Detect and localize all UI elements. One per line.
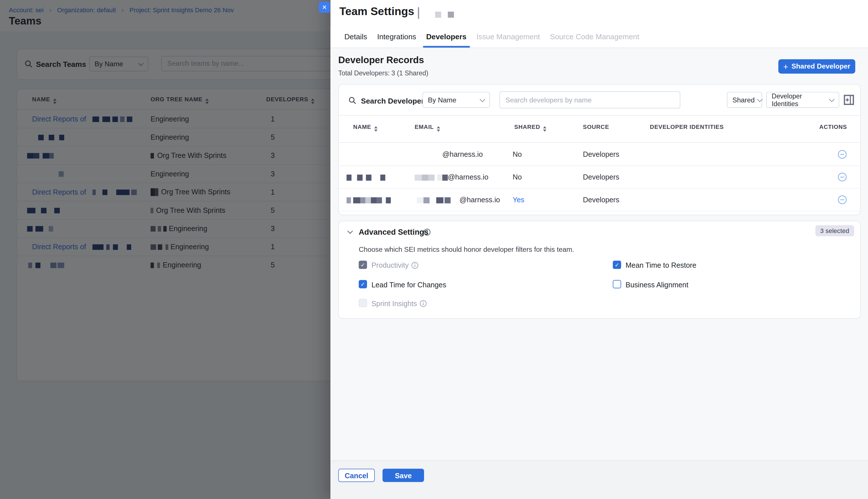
close-icon: ✕ <box>322 4 327 11</box>
lead-time-label: Lead Time for Changes <box>371 280 446 289</box>
advanced-settings-card: Advanced Settings 3 selected Choose whic… <box>338 221 860 319</box>
developers-filter-by-value: By Name <box>428 96 457 104</box>
drawer-title: Team Settings <box>339 5 414 18</box>
shared-cell: No <box>513 173 522 181</box>
business-alignment-checkbox[interactable] <box>613 280 621 288</box>
chevron-down-icon <box>829 96 834 102</box>
tab-issue-management[interactable]: Issue Management <box>477 26 540 48</box>
add-column-icon[interactable] <box>844 95 854 105</box>
mean-time-to-restore-label: Mean Time to Restore <box>626 261 696 269</box>
redacted-text <box>422 174 428 180</box>
sort-icon[interactable] <box>543 126 546 131</box>
search-developers-input[interactable] <box>499 91 680 108</box>
mean-time-to-restore-checkbox[interactable]: ✓ <box>613 260 621 269</box>
developer-identities-value: Developer Identities <box>772 92 830 108</box>
redacted-text <box>417 197 423 203</box>
sprint-insights-checkbox[interactable] <box>359 299 367 307</box>
collapse-chevron-icon[interactable] <box>348 228 353 234</box>
search-developers-label: Search Developers <box>361 97 428 105</box>
developer-identities-select[interactable]: Developer Identities <box>766 92 839 108</box>
redacted-text <box>445 197 450 203</box>
redacted-text <box>357 174 363 180</box>
column-header-shared[interactable]: SHARED <box>514 123 546 132</box>
shared-cell: Yes <box>513 195 524 204</box>
shared-cell: No <box>513 150 522 158</box>
sort-icon[interactable] <box>374 126 377 131</box>
tab-source-code-management[interactable]: Source Code Management <box>550 26 639 48</box>
shared-developer-button[interactable]: + Shared Developer <box>778 59 855 74</box>
productivity-checkbox[interactable]: ✓ <box>359 260 367 269</box>
remove-developer-icon[interactable] <box>837 172 847 182</box>
column-header-actions: ACTIONS <box>819 123 847 130</box>
redacted-text <box>435 12 441 17</box>
email-cell: @harness.io <box>448 173 489 181</box>
tab-details[interactable]: Details <box>344 26 367 48</box>
redacted-text <box>442 174 448 180</box>
info-icon[interactable] <box>411 262 419 269</box>
filter-divider <box>339 115 860 116</box>
lead-time-checkbox[interactable]: ✓ <box>359 280 367 288</box>
developer-records-card: Search Developers By Name Shared Develop… <box>338 84 860 215</box>
total-developers-text: Total Developers: 3 (1 Shared) <box>338 69 428 77</box>
shared-filter-value: Shared <box>732 96 755 104</box>
redacted-text <box>437 174 443 180</box>
info-icon[interactable] <box>423 229 431 235</box>
business-alignment-label: Business Alignment <box>626 280 688 289</box>
team-settings-drawer: Team Settings Details Integrations Devel… <box>330 0 868 499</box>
redacted-text <box>423 197 430 203</box>
redacted-text <box>380 174 385 180</box>
info-icon[interactable] <box>420 300 427 307</box>
source-cell: Developers <box>583 195 619 204</box>
redacted-text <box>365 197 371 203</box>
section-title: Developer Records <box>338 55 424 66</box>
advanced-settings-title[interactable]: Advanced Settings <box>359 227 428 236</box>
developers-filter-by-select[interactable]: By Name <box>422 92 490 108</box>
close-drawer-button[interactable]: ✕ <box>319 2 330 13</box>
save-button[interactable]: Save <box>383 469 424 482</box>
advanced-settings-description: Choose which SEI metrics should honor de… <box>359 246 574 254</box>
source-cell: Developers <box>583 173 619 181</box>
productivity-label: Productivity <box>371 261 419 269</box>
developer-row[interactable]: @harness.io No Developers <box>339 166 860 189</box>
column-header-name[interactable]: NAME <box>353 123 377 132</box>
column-header-developer-identities: DEVELOPER IDENTITIES <box>650 123 724 130</box>
redacted-text <box>371 197 377 203</box>
selected-count-badge: 3 selected <box>815 225 854 236</box>
column-header-email[interactable]: EMAIL <box>415 123 440 132</box>
tab-developers[interactable]: Developers <box>426 26 467 48</box>
developer-row[interactable]: @harness.io No Developers <box>339 143 860 166</box>
drawer-tabs: Details Integrations Developers Issue Ma… <box>330 26 868 48</box>
email-cell: @harness.io <box>459 195 500 204</box>
redacted-text <box>436 197 443 203</box>
email-cell: @harness.io <box>442 150 483 158</box>
redacted-text <box>353 197 360 203</box>
redacted-text <box>366 174 371 180</box>
title-cursor <box>418 7 419 19</box>
chevron-down-icon <box>480 96 485 102</box>
tab-integrations[interactable]: Integrations <box>377 26 416 48</box>
remove-developer-icon[interactable] <box>837 195 847 204</box>
developer-row[interactable]: @harness.io Yes Developers <box>339 188 860 211</box>
chevron-down-icon <box>757 96 763 102</box>
drawer-footer: Cancel Save <box>330 460 868 499</box>
redacted-text <box>415 174 422 180</box>
redacted-text <box>448 12 454 17</box>
redacted-text <box>386 197 391 203</box>
developers-tab-content: Developer Records Total Developers: 3 (1… <box>330 48 868 460</box>
column-header-source: SOURCE <box>583 123 609 130</box>
cancel-button[interactable]: Cancel <box>338 469 374 482</box>
sprint-insights-label: Sprint Insights <box>371 299 427 307</box>
source-cell: Developers <box>583 150 619 158</box>
redacted-text <box>347 174 352 180</box>
app-stage: Account: sei › Organization: default › P… <box>0 0 868 499</box>
search-icon <box>348 96 356 105</box>
redacted-text <box>429 174 435 180</box>
sort-icon[interactable] <box>436 126 440 131</box>
plus-icon: + <box>783 62 788 71</box>
shared-filter-select[interactable]: Shared <box>727 92 762 108</box>
redacted-text <box>360 197 365 203</box>
redacted-text <box>347 197 351 203</box>
remove-developer-icon[interactable] <box>837 149 847 159</box>
redacted-text <box>377 197 382 203</box>
